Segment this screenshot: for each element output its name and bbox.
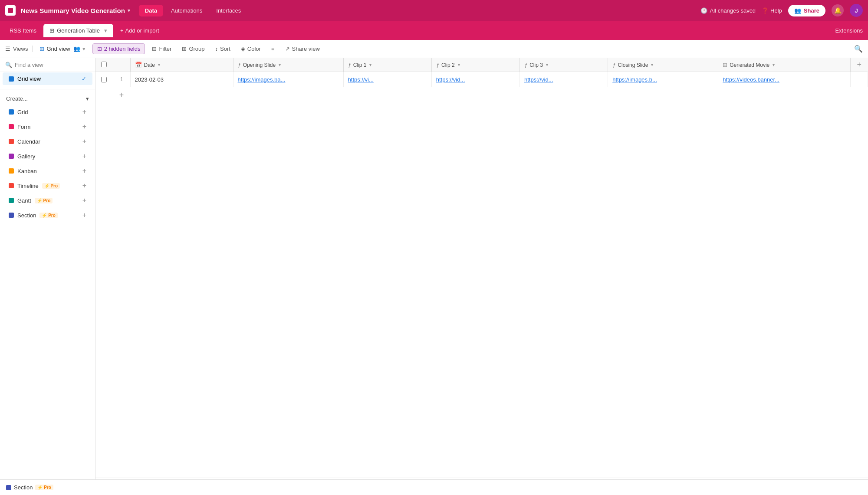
sidebar-item-gallery[interactable]: Gallery +	[3, 149, 92, 163]
row-opening-slide-cell[interactable]: https://images.ba...	[233, 72, 343, 87]
timeline-dot-icon	[9, 183, 14, 188]
date-col-arrow: ▾	[158, 62, 160, 67]
clip2-col-arrow: ▾	[458, 62, 460, 67]
clip1-col-arrow: ▾	[369, 62, 372, 67]
opening-slide-link[interactable]: https://images.ba...	[238, 76, 286, 83]
col-generated-movie[interactable]: ⊞ Generated Movie ▾	[718, 58, 851, 72]
form-add-icon: +	[82, 123, 86, 131]
opening-slide-col-arrow: ▾	[279, 62, 281, 67]
filter-button[interactable]: ⊟ Filter	[148, 44, 175, 54]
col-clip2[interactable]: ƒ Clip 2 ▾	[431, 58, 519, 72]
timeline-add-icon: +	[82, 182, 86, 190]
sidebar-item-timeline[interactable]: Timeline ⚡ Pro +	[3, 179, 92, 193]
share-button[interactable]: 👥 Share	[788, 5, 825, 16]
sidebar-item-kanban[interactable]: Kanban +	[3, 164, 92, 178]
row-checkbox-cell[interactable]	[95, 72, 113, 87]
table-tab-rss-items[interactable]: RSS Items	[5, 24, 41, 37]
grid-view-button[interactable]: ⊞ Grid view 👥 ▾	[36, 44, 89, 54]
hidden-fields-icon: ⊡	[97, 46, 102, 52]
grid-icon: ⊞	[39, 46, 44, 52]
row-clip3-cell[interactable]: https://vid...	[519, 72, 608, 87]
row-height-button[interactable]: ≡	[268, 44, 278, 54]
add-row-row: +	[95, 87, 868, 104]
checkmark-icon: ✓	[82, 75, 86, 82]
col-closing-slide[interactable]: ƒ Closing Slide ▾	[608, 58, 718, 72]
clip2-link[interactable]: https://vid...	[436, 76, 465, 83]
views-toggle[interactable]: ☰ Views	[5, 46, 33, 52]
sidebar-item-calendar[interactable]: Calendar +	[3, 134, 92, 148]
col-opening-slide[interactable]: ƒ Opening Slide ▾	[233, 58, 343, 72]
nav-tab-data[interactable]: Data	[139, 5, 163, 16]
notifications-button[interactable]: 🔔	[832, 4, 844, 16]
grid-view-dot	[9, 76, 14, 82]
grid-add-icon: +	[82, 108, 86, 116]
gantt-dot-icon	[9, 198, 14, 203]
search-button[interactable]: 🔍	[854, 45, 863, 53]
add-or-import-button[interactable]: + Add or import	[116, 25, 164, 36]
clip2-col-icon: ƒ	[436, 62, 439, 68]
sidebar-item-grid-view[interactable]: Grid view ✓	[3, 72, 92, 85]
gantt-add-icon: +	[82, 197, 86, 204]
extensions-button[interactable]: Extensions	[835, 27, 863, 34]
color-button[interactable]: ◈ Color	[237, 44, 264, 54]
help-button[interactable]: ❓ Help	[762, 7, 782, 14]
generated-movie-link[interactable]: https://videos.banner...	[723, 76, 779, 83]
section-bottom-pro-badge: ⚡ Pro	[35, 485, 53, 490]
col-checkbox[interactable]	[95, 58, 113, 72]
sidebar-item-form[interactable]: Form +	[3, 120, 92, 134]
row-clip2-cell[interactable]: https://vid...	[431, 72, 519, 87]
share-view-button[interactable]: ↗ Share view	[282, 44, 323, 54]
project-title[interactable]: News Summary Video Generation ▾	[21, 7, 130, 14]
nav-tabs: Data Automations Interfaces	[139, 5, 247, 16]
col-date[interactable]: 📅 Date ▾	[130, 58, 233, 72]
nav-tab-automations[interactable]: Automations	[165, 5, 208, 16]
select-all-checkbox[interactable]	[101, 62, 107, 67]
row-extra-cell	[851, 72, 868, 87]
sidebar-item-grid[interactable]: Grid +	[3, 105, 92, 119]
nav-right: 🕐 All changes saved ❓ Help 👥 Share 🔔 J	[700, 4, 863, 17]
row-generated-movie-cell[interactable]: https://videos.banner...	[718, 72, 851, 87]
sidebar-item-gantt[interactable]: Gantt ⚡ Pro +	[3, 193, 92, 207]
create-section[interactable]: Create... ▾	[0, 93, 95, 105]
kanban-add-icon: +	[82, 167, 86, 175]
find-view-input[interactable]	[15, 62, 90, 68]
col-clip3[interactable]: ƒ Clip 3 ▾	[519, 58, 608, 72]
section-add-icon: +	[82, 211, 86, 219]
top-nav: News Summary Video Generation ▾ Data Aut…	[0, 0, 868, 21]
kanban-dot-icon	[9, 168, 14, 174]
plus-icon: +	[120, 27, 124, 34]
share-view-icon: ↗	[285, 46, 290, 52]
row-checkbox[interactable]	[101, 77, 107, 82]
avatar[interactable]: J	[850, 4, 863, 17]
hamburger-icon: ☰	[5, 46, 10, 52]
hidden-fields-button[interactable]: ⊡ 2 hidden fields	[92, 43, 145, 54]
sort-button[interactable]: ↕ Sort	[212, 44, 234, 54]
table-tab-generation-table[interactable]: ⊞ Generation Table ▾	[43, 24, 113, 37]
gallery-dot-icon	[9, 154, 14, 159]
gallery-add-icon: +	[82, 152, 86, 160]
closing-slide-col-icon: ƒ	[612, 62, 615, 68]
calendar-add-icon: +	[82, 138, 86, 145]
col-clip1[interactable]: ƒ Clip 1 ▾	[343, 58, 431, 72]
app-icon	[5, 5, 16, 16]
sidebar-item-section[interactable]: Section ⚡ Pro +	[3, 208, 92, 222]
plus-checkbox-cell	[95, 87, 113, 104]
closing-slide-col-arrow: ▾	[651, 62, 653, 67]
sort-icon: ↕	[215, 46, 218, 52]
create-chevron-icon: ▾	[86, 95, 89, 102]
row-date-cell[interactable]: 2023-02-03	[130, 72, 233, 87]
clip3-link[interactable]: https://vid...	[524, 76, 553, 83]
row-closing-slide-cell[interactable]: https://images.b...	[608, 72, 718, 87]
row-clip1-cell[interactable]: https://vi...	[343, 72, 431, 87]
people-icon: 👥	[73, 46, 80, 52]
clip1-link[interactable]: https://vi...	[348, 76, 374, 83]
table-bar: RSS Items ⊞ Generation Table ▾ + Add or …	[0, 21, 868, 40]
col-rownum	[113, 58, 130, 72]
nav-tab-interfaces[interactable]: Interfaces	[210, 5, 247, 16]
closing-slide-link[interactable]: https://images.b...	[612, 76, 657, 83]
saved-status-text: All changes saved	[710, 7, 756, 14]
form-dot-icon	[9, 124, 14, 129]
add-column-button[interactable]: +	[851, 58, 868, 72]
group-button[interactable]: ⊞ Group	[178, 44, 208, 54]
filter-icon: ⊟	[152, 46, 157, 52]
